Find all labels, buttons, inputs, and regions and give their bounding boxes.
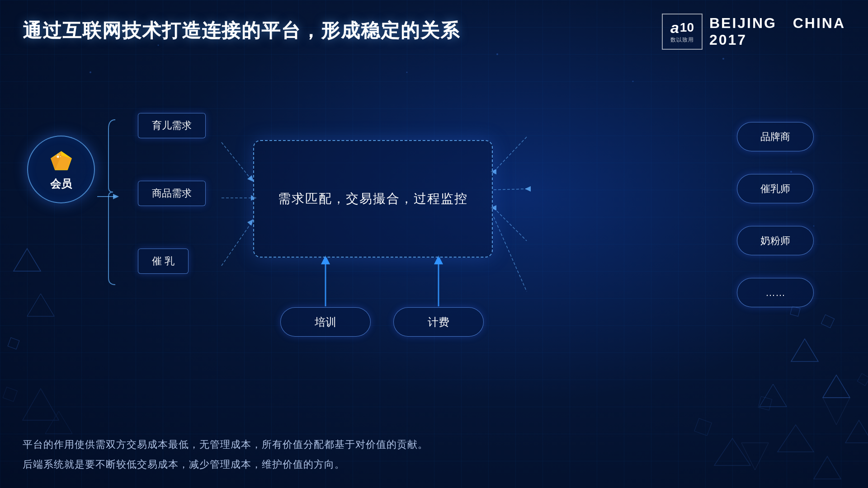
svg-line-40 (494, 208, 527, 241)
svg-rect-8 (857, 373, 868, 385)
footer-text-area: 平台的作用使供需双方交易成本最低，无管理成本，所有价值分配都基于对价值的贡献。 … (23, 435, 845, 474)
svg-marker-34 (113, 194, 119, 199)
svg-marker-5 (823, 398, 850, 425)
right-oval-more: …… (737, 278, 814, 307)
svg-marker-0 (845, 420, 868, 443)
svg-line-37 (494, 137, 527, 172)
svg-line-54 (59, 155, 59, 155)
need-box-2: 商品需求 (138, 181, 206, 206)
central-text: 需求匹配，交易撮合，过程监控 (278, 189, 468, 209)
svg-marker-39 (525, 186, 531, 192)
right-oval-brand: 品牌商 (737, 122, 814, 151)
logo-area: a 10 数以致用 BEIJING CHINA 2017 (662, 14, 845, 50)
svg-line-29 (222, 142, 252, 181)
right-oval-lactation: 催乳师 (737, 174, 814, 203)
right-oval-milk: 奶粉师 (737, 226, 814, 255)
svg-line-38 (494, 189, 527, 190)
logo-icon: a (670, 20, 679, 35)
member-circle: 会员 (27, 136, 95, 203)
central-box: 需求匹配，交易撮合，过程监控 (253, 140, 493, 258)
svg-rect-6 (694, 418, 712, 436)
header: 通过互联网技术打造连接的平台，形成稳定的关系 a 10 数以致用 BEIJING… (0, 0, 868, 50)
bottom-oval-billing: 计费 (393, 307, 484, 337)
svg-marker-9 (23, 389, 59, 420)
logo-box: a 10 数以致用 (662, 14, 703, 50)
svg-point-51 (57, 155, 59, 158)
diamond-icon (49, 148, 74, 173)
diagram-area: 会员 育儿需求 商品需求 催 乳 需求匹配，交易撮合，过程监控 品牌商 催乳师 … (0, 54, 868, 371)
footer-line-2: 后端系统就是要不断较低交易成本，减少管理成本，维护价值的方向。 (23, 455, 845, 474)
page-title: 通过互联网技术打造连接的平台，形成稳定的关系 (23, 18, 460, 43)
svg-rect-11 (3, 387, 17, 402)
logo-year: 2017 (709, 32, 845, 48)
svg-line-32 (222, 221, 252, 266)
bottom-oval-training: 培训 (280, 307, 371, 337)
svg-marker-10 (45, 411, 72, 434)
logo-text-block: BEIJING CHINA 2017 (709, 15, 845, 48)
logo-beijing-china: BEIJING CHINA (709, 15, 845, 32)
footer-line-1: 平台的作用使供需双方交易成本最低，无管理成本，所有价值分配都基于对价值的贡献。 (23, 435, 845, 455)
need-box-3: 催 乳 (138, 249, 189, 274)
need-box-1: 育儿需求 (138, 113, 206, 138)
logo-sub-text: 数以致用 (670, 36, 694, 44)
svg-marker-23 (760, 384, 787, 407)
svg-marker-22 (823, 375, 850, 398)
svg-rect-7 (758, 396, 772, 410)
svg-line-41 (494, 217, 527, 291)
member-label: 会员 (50, 177, 72, 191)
